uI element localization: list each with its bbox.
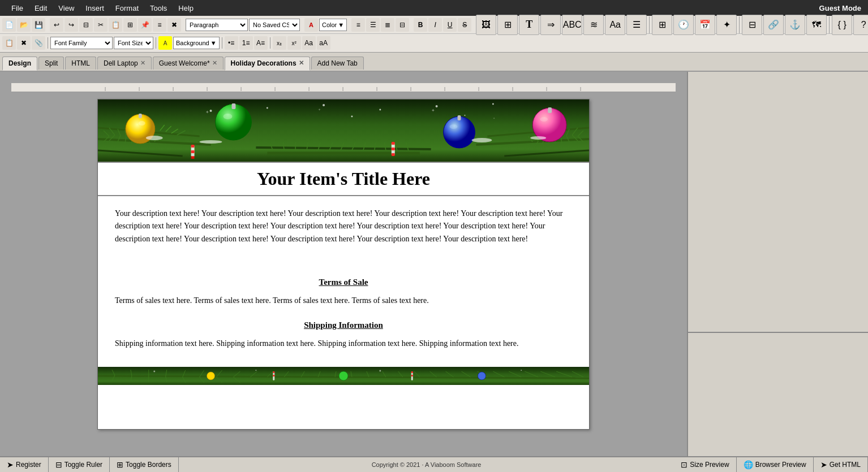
bg-picker[interactable]: Background ▼	[173, 37, 220, 49]
bg-dropdown-icon: ▼	[210, 40, 217, 46]
svg-text:|: |	[207, 86, 208, 91]
btn-4[interactable]: ⊞	[123, 18, 137, 32]
font-size-select[interactable]: Font Size	[114, 37, 153, 49]
bullets-button[interactable]: ☰	[626, 15, 647, 35]
undo-button[interactable]: ↩	[50, 18, 63, 32]
merge-button[interactable]: ⊟	[742, 15, 762, 35]
editor-area[interactable]: || || || || || || || |	[0, 72, 687, 456]
menu-file[interactable]: File	[7, 3, 28, 14]
list-number-button[interactable]: 1≡	[239, 36, 253, 50]
font-button[interactable]: Aa	[605, 15, 625, 35]
tab-guest-welcome-close[interactable]: ✕	[212, 59, 217, 67]
save-button[interactable]: 💾	[32, 18, 45, 32]
table-button[interactable]: ⊞	[497, 15, 518, 35]
new-button[interactable]: 📄	[2, 18, 16, 32]
get-html-label: Get HTML	[830, 461, 861, 469]
strikethrough-button[interactable]: S	[458, 18, 471, 32]
redo-button[interactable]: ↪	[65, 18, 78, 32]
tab-guest-welcome[interactable]: Guest Welcome* ✕	[153, 57, 224, 70]
menu-format[interactable]: Format	[111, 3, 143, 14]
size-preview-item[interactable]: ⊡ Size Preview	[674, 457, 736, 472]
font-family-select[interactable]: Font Family	[50, 37, 113, 49]
subscript-button[interactable]: x₂	[273, 36, 286, 50]
tab-split[interactable]: Split	[38, 57, 64, 70]
tab-dell-laptop[interactable]: Dell Laptop ✕	[97, 57, 152, 70]
btn-r2-1[interactable]: 📋	[2, 36, 16, 50]
btn-r2-4[interactable]: Aa	[302, 36, 316, 50]
spell-button[interactable]: ABC	[562, 15, 582, 35]
code-button[interactable]: { }	[832, 15, 852, 35]
align-left-button[interactable]: ≡	[351, 18, 365, 32]
svg-point-109	[450, 124, 458, 129]
anchor-button[interactable]: ⚓	[785, 15, 805, 35]
svg-text:|: |	[410, 86, 411, 91]
cut-button[interactable]: ✂	[94, 18, 108, 32]
paste-button[interactable]: 📌	[138, 18, 152, 32]
doc-title[interactable]: Your Item's Title Here	[104, 168, 583, 189]
align-justify-button[interactable]: ⊟	[396, 18, 409, 32]
tab-holiday-decorations-close[interactable]: ✕	[299, 59, 304, 67]
toolbar-align: ≡ ☰ ≣ ⊟	[351, 18, 409, 32]
help-button[interactable]: ?	[853, 15, 868, 35]
register-item[interactable]: ➤ Register	[0, 457, 49, 472]
bg-icon[interactable]: A	[158, 36, 172, 50]
menu-edit[interactable]: Edit	[30, 3, 51, 14]
svg-point-110	[146, 136, 163, 140]
menu-insert[interactable]: Insert	[81, 3, 109, 14]
toggle-ruler-item[interactable]: ⊟ Toggle Ruler	[49, 457, 110, 472]
image-button[interactable]: 🖼	[476, 15, 496, 35]
doc-body[interactable]: Your description text here! Your descrip…	[98, 196, 589, 367]
browser-preview-item[interactable]: 🌐 Browser Preview	[737, 457, 814, 472]
right-toolbar: 🖼 ⊞ T ⇒ ABC ≋ Aa ☰ ⊞ 🕐 📅 ✦ ⊟ 🔗 ⚓ 🗺 { } ?	[476, 15, 868, 35]
btn-5[interactable]: ≡	[153, 18, 166, 32]
css-select[interactable]: No Saved CSS	[249, 19, 300, 31]
bold-button[interactable]: B	[414, 18, 427, 32]
btn-r2-2[interactable]: ✖	[17, 36, 31, 50]
menu-tools[interactable]: Tools	[145, 3, 171, 14]
copy-button[interactable]: 📋	[109, 18, 122, 32]
tab-html[interactable]: HTML	[65, 57, 96, 70]
clock-button[interactable]: 🕐	[673, 15, 694, 35]
menu-view[interactable]: View	[54, 3, 79, 14]
tab-holiday-decorations[interactable]: Holiday Decorations ✕	[225, 57, 310, 71]
btn-3[interactable]: ⊟	[79, 18, 93, 32]
toggle-borders-label: Toggle Borders	[126, 461, 171, 469]
color-picker[interactable]: Color ▼	[319, 19, 347, 31]
italic-button[interactable]: I	[428, 18, 442, 32]
btn-r2-3[interactable]: 📎	[32, 36, 45, 50]
align-right-button[interactable]: ≣	[381, 18, 394, 32]
superscript-button[interactable]: x²	[287, 36, 301, 50]
table2-button[interactable]: ⊞	[652, 15, 672, 35]
svg-rect-102	[231, 103, 235, 109]
map-button[interactable]: 🗺	[806, 15, 827, 35]
link-button[interactable]: 🔗	[763, 15, 784, 35]
get-html-item[interactable]: ➤ Get HTML	[814, 457, 868, 472]
list-bullet-button[interactable]: •≡	[225, 36, 238, 50]
underline-button[interactable]: U	[443, 18, 457, 32]
size-preview-label: Size Preview	[690, 461, 729, 469]
color-icon[interactable]: A	[304, 18, 318, 32]
open-button[interactable]: 📂	[17, 18, 31, 32]
align-center-button[interactable]: ☰	[366, 18, 380, 32]
special-button[interactable]: ✦	[716, 15, 737, 35]
size-preview-icon: ⊡	[681, 460, 687, 469]
tab-add-new[interactable]: Add New Tab	[311, 57, 364, 70]
tab-design[interactable]: Design	[2, 57, 37, 71]
svg-text:|: |	[512, 86, 513, 91]
btn-6[interactable]: ✖	[167, 18, 181, 32]
toolbar-bg-color: A Background ▼	[158, 36, 220, 50]
toggle-borders-item[interactable]: ⊞ Toggle Borders	[110, 457, 179, 472]
thesaurus-button[interactable]: ≋	[583, 15, 604, 35]
menu-help[interactable]: Help	[174, 3, 198, 14]
btn-r2-5[interactable]: aA	[317, 36, 330, 50]
svg-point-89	[436, 105, 438, 107]
document[interactable]: ✦ ✦ ✦ ✦	[97, 99, 590, 430]
paragraph-select[interactable]: Paragraph	[186, 19, 248, 31]
indent-button[interactable]: ⇒	[540, 15, 561, 35]
date-button[interactable]: 📅	[695, 15, 715, 35]
tab-dell-laptop-close[interactable]: ✕	[140, 59, 145, 67]
text-button[interactable]: T	[519, 15, 539, 35]
top-holiday-banner: ✦ ✦ ✦ ✦	[98, 99, 589, 162]
svg-text:|: |	[342, 86, 343, 91]
list-alpha-button[interactable]: A≡	[254, 36, 268, 50]
